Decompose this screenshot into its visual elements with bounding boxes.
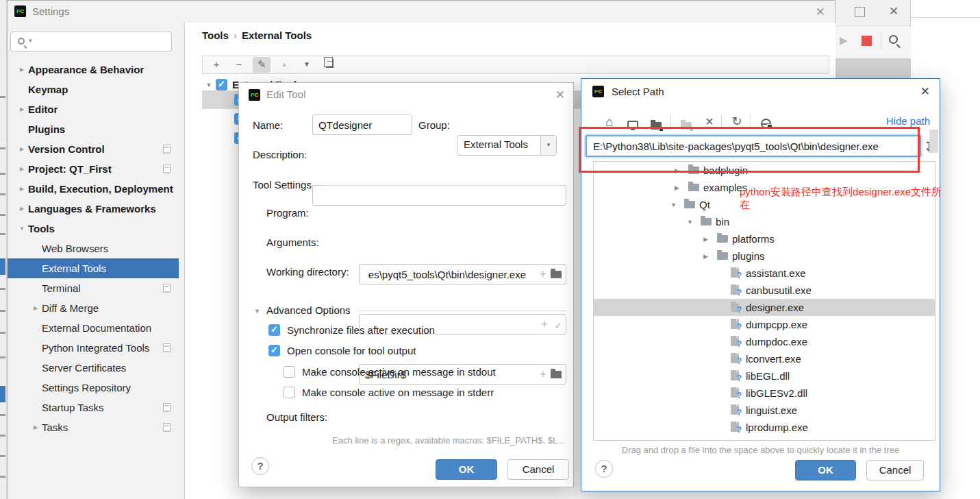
expand-arrow-icon[interactable]: ▼ xyxy=(687,219,701,226)
sidebar-item[interactable]: Web Browsers xyxy=(8,239,179,258)
sidebar-item[interactable]: ▶ Version Control xyxy=(8,139,179,159)
desktop-directory-button[interactable] xyxy=(624,113,642,131)
sidebar-item[interactable]: Terminal xyxy=(8,278,179,298)
move-up-button[interactable]: ▲ xyxy=(275,57,293,73)
sidebar-item[interactable]: Plugins xyxy=(8,119,179,139)
expand-arrow-icon[interactable]: ▶ xyxy=(16,66,28,73)
option-checkbox[interactable] xyxy=(268,345,280,356)
edit-button[interactable]: ✎ xyxy=(253,57,271,73)
remove-button[interactable]: − xyxy=(230,57,248,73)
file-tree-row[interactable]: dumpdoc.exe xyxy=(594,333,935,350)
expand-arrow-icon[interactable]: ▼ xyxy=(670,202,684,208)
hide-path-link[interactable]: Hide path xyxy=(886,115,930,127)
file-tree-row[interactable]: ▼ bin xyxy=(594,213,935,230)
search-everywhere-icon[interactable] xyxy=(889,34,898,47)
breadcrumb-current[interactable]: External Tools xyxy=(242,29,312,41)
root-checkbox[interactable] xyxy=(216,79,227,90)
sidebar-item[interactable]: Server Certificates xyxy=(8,358,179,378)
project-directory-button[interactable] xyxy=(647,113,665,131)
sidebar-item[interactable]: Startup Tasks xyxy=(8,398,179,417)
option-checkbox[interactable] xyxy=(268,324,280,336)
stop-button[interactable] xyxy=(862,36,872,46)
file-tree-row[interactable]: ▶ badplugin xyxy=(594,162,935,179)
add-button[interactable]: + xyxy=(208,57,225,73)
insert-macro-icon[interactable]: + xyxy=(540,367,546,381)
close-window-icon[interactable]: ✕ xyxy=(889,4,899,19)
advanced-collapse-icon[interactable]: ▼ xyxy=(254,308,260,315)
sidebar-item[interactable]: External Documentation xyxy=(8,318,179,338)
sidebar-item[interactable]: Settings Repository xyxy=(8,378,179,398)
insert-macro-icon[interactable]: + xyxy=(540,267,546,281)
sidebar-item[interactable]: ▶ Editor xyxy=(8,99,179,119)
collapse-arrow-icon[interactable]: ▼ xyxy=(202,82,216,88)
file-tree-row[interactable]: libGLESv2.dll xyxy=(594,385,935,402)
select-path-close-icon[interactable]: ✕ xyxy=(920,84,930,99)
expand-arrow-icon[interactable]: ▶ xyxy=(703,236,717,243)
path-field[interactable] xyxy=(586,135,921,157)
edit-tool-close-icon[interactable]: ✕ xyxy=(555,88,565,102)
description-field[interactable] xyxy=(312,185,566,206)
expand-arrow-icon[interactable]: ▶ xyxy=(29,305,42,311)
expand-arrow-icon[interactable]: ▶ xyxy=(675,167,688,174)
expand-arrow-icon[interactable]: ▶ xyxy=(675,184,688,191)
expand-arrow-icon[interactable]: ▶ xyxy=(16,106,28,112)
sidebar-item[interactable]: ▶ Build, Execution, Deployment xyxy=(8,179,179,199)
expand-arrow-icon[interactable]: ▶ xyxy=(16,186,28,192)
file-tree-row[interactable]: canbusutil.exe xyxy=(594,282,935,299)
file-tree-row[interactable]: ▶ platforms xyxy=(594,230,935,247)
option-row[interactable]: Make console active on message in stdout xyxy=(284,366,496,378)
sidebar-item[interactable]: Python Integrated Tools xyxy=(8,338,179,358)
option-checkbox[interactable] xyxy=(284,366,295,378)
description-input[interactable] xyxy=(313,186,566,205)
file-tree-row[interactable]: libEGL.dll xyxy=(594,367,935,385)
help-button[interactable]: ? xyxy=(595,460,613,478)
breadcrumb-parent[interactable]: Tools xyxy=(202,29,229,41)
home-directory-button[interactable]: ⌂ xyxy=(601,113,618,131)
group-select[interactable]: External Tools ▼ xyxy=(457,135,557,156)
ok-button[interactable]: OK xyxy=(795,460,856,480)
show-hidden-button[interactable] xyxy=(757,113,775,131)
sidebar-item[interactable]: ▶ Tasks xyxy=(8,417,179,437)
group-dropdown-icon[interactable]: ▼ xyxy=(540,136,556,155)
cancel-button[interactable]: Cancel xyxy=(507,459,569,480)
insert-macro-icon[interactable]: + xyxy=(541,317,548,331)
maximize-button[interactable] xyxy=(855,7,865,17)
new-folder-button[interactable] xyxy=(677,113,695,131)
expand-arrow-icon[interactable]: ▶ xyxy=(16,146,28,152)
expand-arrow-icon[interactable]: ▶ xyxy=(29,424,42,430)
ok-button[interactable]: OK xyxy=(436,459,497,480)
program-field[interactable]: + xyxy=(359,264,566,284)
file-tree-row[interactable]: dumpcpp.exe xyxy=(594,316,935,333)
cancel-button[interactable]: Cancel xyxy=(866,460,924,480)
option-row[interactable]: Synchronize files after execution xyxy=(268,324,435,336)
sidebar-item[interactable]: ▶ Languages & Frameworks xyxy=(8,199,179,219)
option-row[interactable]: Make console active on message in stderr xyxy=(284,387,494,398)
sidebar-item[interactable]: Keymap xyxy=(8,80,179,99)
option-checkbox[interactable] xyxy=(284,387,295,398)
file-tree-row[interactable]: assistant.exe xyxy=(594,265,935,282)
file-tree-row[interactable]: lprodump.exe xyxy=(594,419,935,436)
file-tree-row[interactable]: linguist.exe xyxy=(594,402,935,419)
sidebar-item[interactable]: External Tools xyxy=(8,258,179,278)
move-down-button[interactable]: ▼ xyxy=(298,57,316,73)
sidebar-item[interactable]: ▶ Diff & Merge xyxy=(8,298,179,318)
file-tree-row[interactable]: designer.exe xyxy=(594,299,935,316)
sidebar-item[interactable]: ▼ Tools xyxy=(8,219,179,239)
settings-close-icon[interactable]: ✕ xyxy=(816,5,825,19)
program-input[interactable] xyxy=(360,265,566,284)
help-button[interactable]: ? xyxy=(251,457,269,475)
expand-arrow-icon[interactable]: ▶ xyxy=(703,253,717,260)
sidebar-item[interactable]: ▶ Project: QT_First xyxy=(8,159,179,179)
tree-scrollbar-thumb[interactable] xyxy=(929,130,938,153)
delete-button[interactable]: ✕ xyxy=(701,113,718,131)
name-field[interactable] xyxy=(312,114,412,135)
path-input[interactable] xyxy=(587,136,920,156)
browse-folder-icon[interactable] xyxy=(551,271,562,278)
expand-arrow-icon[interactable]: ▼ xyxy=(16,226,28,232)
browse-folder-icon[interactable] xyxy=(551,371,562,378)
option-row[interactable]: Open console for tool output xyxy=(268,345,416,356)
file-tree-row[interactable]: ▶ examples xyxy=(594,179,935,196)
expand-arrow-icon[interactable]: ▶ xyxy=(16,166,28,172)
file-tree-row[interactable]: ▼ Qt xyxy=(594,196,935,213)
expand-arrow-icon[interactable]: ▶ xyxy=(16,206,28,212)
